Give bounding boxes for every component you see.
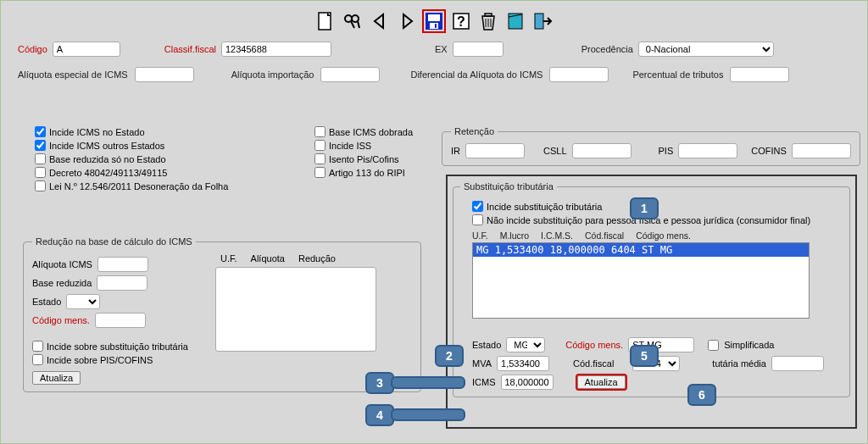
ck-nao-incide-sub[interactable] <box>472 214 483 225</box>
ck-label: Decreto 48042/49113/49115 <box>49 168 167 178</box>
list-item[interactable]: MG 1,533400 18,000000 6404 ST MG <box>473 243 809 257</box>
ir-label: IR <box>451 146 460 156</box>
svg-text:?: ? <box>457 14 465 29</box>
classif-label: Classif.fiscal <box>164 44 216 54</box>
ck-incide-pis[interactable] <box>32 354 43 365</box>
svg-point-1 <box>345 15 352 22</box>
estado-label: Estado <box>472 340 501 350</box>
codigo-label: Código <box>18 44 47 54</box>
atualiza-button-reducao[interactable]: Atualiza <box>32 371 81 385</box>
ck-label: Incide ISS <box>329 141 371 151</box>
bubble-5: 5 <box>630 345 659 367</box>
aliq-imp-label: Alíquota importação <box>231 69 314 80</box>
codigo-input[interactable] <box>53 42 120 57</box>
search-icon[interactable] <box>341 9 364 33</box>
connector-4 <box>391 408 465 421</box>
cofins-label: COFINS <box>751 146 787 156</box>
bubble-6: 6 <box>687 384 716 406</box>
exit-icon[interactable] <box>531 9 554 33</box>
proced-select[interactable]: 0-Nacional <box>638 42 774 57</box>
forward-icon[interactable] <box>395 9 419 33</box>
cofins-input[interactable] <box>792 143 851 158</box>
svg-rect-7 <box>430 23 438 29</box>
ck-incide-icms-outros[interactable] <box>35 140 46 151</box>
estado-label: Estado <box>32 297 61 307</box>
delete-icon[interactable] <box>476 9 500 33</box>
ir-input[interactable] <box>465 143 525 158</box>
atualiza-button-subtrib[interactable]: Atualiza <box>577 375 626 389</box>
simplificada-label: Simplificada <box>724 340 774 350</box>
help-icon[interactable]: ? <box>449 9 473 33</box>
bubble-3: 3 <box>365 372 394 394</box>
reducao-listbox[interactable] <box>215 267 376 352</box>
notebook-icon[interactable] <box>504 9 527 33</box>
ck-base-dobrada[interactable] <box>314 126 326 137</box>
perc-trib-input[interactable] <box>730 67 789 82</box>
ck-label: Base reduzida só no Estado <box>49 154 166 164</box>
svg-point-2 <box>352 15 359 22</box>
mva-input[interactable] <box>497 356 549 371</box>
reducao-fieldset: Redução na base de cálculo do ICMS Alíqu… <box>23 236 421 392</box>
ck-label: Lei N.º 12.546/2011 Desoneração da Folha <box>49 181 228 191</box>
retencao-fieldset: Retenção IR CSLL PIS COFINS <box>442 126 860 166</box>
hdr-mlucro: M.lucro <box>500 230 529 241</box>
estado-select-sub[interactable]: MG <box>506 337 545 352</box>
mva-label: MVA <box>472 358 492 369</box>
bubble-4: 4 <box>365 404 394 426</box>
codmens-input[interactable] <box>95 313 146 328</box>
ck-decreto[interactable] <box>35 167 46 178</box>
ck-label: Artigo 113 do RIPI <box>329 168 405 178</box>
codmens-label: Código mens. <box>32 315 90 325</box>
connector-3 <box>391 376 465 389</box>
dif-aliq-label: Diferencial da Alíquota do ICMS <box>410 69 542 80</box>
ck-isento-piscofins[interactable] <box>314 153 326 164</box>
ex-input[interactable] <box>453 42 504 57</box>
ck-incide-icms-estado[interactable] <box>35 126 46 137</box>
ck-label: Incide ICMS outros Estados <box>49 141 164 151</box>
proced-label: Procedência <box>581 44 633 54</box>
reducao-legend: Redução na base de cálculo do ICMS <box>32 236 196 247</box>
ck-base-reduzida[interactable] <box>35 153 46 164</box>
aliq-imp-input[interactable] <box>320 67 380 82</box>
codfiscal-label: Cód.fiscal <box>573 358 614 369</box>
ex-label: EX <box>435 44 448 54</box>
hdr-codmens: Código mens. <box>636 230 691 241</box>
bubble-1: 1 <box>630 197 659 219</box>
svg-rect-6 <box>428 14 440 21</box>
ck-incide-subtrib[interactable] <box>472 201 483 212</box>
new-icon[interactable] <box>314 9 337 33</box>
ck-artigo-113[interactable] <box>314 167 326 178</box>
back-icon[interactable] <box>368 9 392 33</box>
hdr-codfiscal: Cód.fiscal <box>585 230 624 241</box>
base-red-label: Base reduzida <box>32 278 92 288</box>
aliq-icms-input[interactable] <box>97 257 148 272</box>
bubble-2: 2 <box>435 345 464 367</box>
ck-label: Incide sobre PIS/COFINS <box>47 355 153 365</box>
ck-incide-sub[interactable] <box>32 341 43 352</box>
aliq-esp-label: Alíquota especial de ICMS <box>18 69 128 80</box>
pis-input[interactable] <box>678 143 737 158</box>
tribmedia-input[interactable] <box>771 356 824 371</box>
hdr-uf: U.F. <box>472 230 488 241</box>
hdr-red: Redução <box>298 253 336 264</box>
csll-input[interactable] <box>572 143 632 158</box>
tribmedia-label: tutária média <box>712 358 766 369</box>
retencao-legend: Retenção <box>451 126 498 136</box>
subtrib-listbox[interactable]: MG 1,533400 18,000000 6404 ST MG <box>472 242 810 319</box>
dif-aliq-input[interactable] <box>549 67 609 82</box>
icms-input[interactable] <box>501 375 554 390</box>
hdr-uf: U.F. <box>220 253 237 264</box>
ck-label: Incide substituição tributária <box>487 202 602 212</box>
ck-lei-12546[interactable] <box>35 180 46 191</box>
svg-line-4 <box>358 21 359 28</box>
ck-incide-iss[interactable] <box>314 140 326 151</box>
codmens-label: Código mens. <box>565 340 623 350</box>
ck-label: Incide sobre substituição tributária <box>47 341 188 352</box>
estado-select[interactable] <box>66 294 100 309</box>
ck-simplificada[interactable] <box>708 340 719 351</box>
base-red-input[interactable] <box>97 275 147 291</box>
ck-label: Base ICMS dobrada <box>329 127 413 137</box>
aliq-esp-input[interactable] <box>135 67 194 82</box>
classif-input[interactable] <box>221 42 331 57</box>
save-icon[interactable] <box>422 9 446 33</box>
